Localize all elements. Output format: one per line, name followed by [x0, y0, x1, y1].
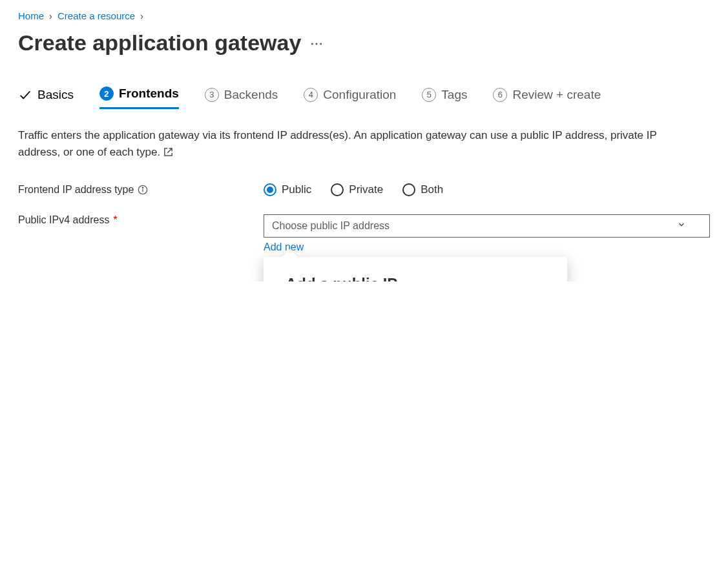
radio-private-label: Private — [349, 183, 383, 196]
label-frontend-ip-type-text: Frontend IP address type — [18, 184, 134, 196]
wizard-tabs: Basics 2 Frontends 3 Backends 4 Configur… — [18, 87, 710, 109]
tab-basics[interactable]: Basics — [18, 88, 74, 108]
external-link-icon[interactable] — [163, 145, 173, 162]
tab-frontends[interactable]: 2 Frontends — [99, 87, 179, 109]
breadcrumb-create-resource[interactable]: Create a resource — [57, 10, 135, 21]
chevron-down-icon — [677, 220, 686, 232]
callout-title: Add a public IP — [286, 275, 545, 281]
info-icon[interactable] — [138, 185, 148, 195]
step-number-icon: 4 — [304, 88, 318, 102]
radio-group-frontend-ip-type: Public Private Both — [264, 183, 443, 196]
page-title-text: Create application gateway — [18, 30, 301, 56]
page-title: Create application gateway ⋯ — [18, 30, 710, 56]
radio-private[interactable]: Private — [331, 183, 383, 196]
frontends-description-text: Traffic enters the application gateway v… — [18, 129, 656, 158]
tab-frontends-label: Frontends — [119, 87, 179, 101]
tab-backends-label: Backends — [224, 88, 278, 102]
step-number-icon: 3 — [205, 88, 219, 102]
tab-tags[interactable]: 5 Tags — [422, 88, 467, 108]
label-public-ip-text: Public IPv4 address — [18, 214, 109, 226]
label-public-ip: Public IPv4 address * — [18, 214, 264, 226]
tab-configuration[interactable]: 4 Configuration — [304, 88, 396, 108]
frontends-description: Traffic enters the application gateway v… — [18, 127, 690, 161]
tab-basics-label: Basics — [37, 88, 74, 102]
tab-configuration-label: Configuration — [323, 88, 396, 102]
add-public-ip-callout: Add a public IP Name * SKU — [264, 257, 567, 281]
radio-icon — [402, 183, 415, 196]
public-ip-dropdown-placeholder: Choose public IP address — [272, 220, 390, 232]
radio-icon — [331, 183, 344, 196]
breadcrumb: Home › Create a resource › — [18, 10, 710, 21]
chevron-right-icon: › — [140, 10, 143, 21]
public-ip-dropdown[interactable]: Choose public IP address — [264, 214, 710, 238]
radio-both[interactable]: Both — [402, 183, 443, 196]
tab-review-create[interactable]: 6 Review + create — [493, 88, 601, 108]
radio-icon — [264, 183, 276, 196]
radio-public[interactable]: Public — [264, 183, 311, 196]
radio-both-label: Both — [421, 183, 443, 196]
check-icon — [18, 88, 32, 102]
label-frontend-ip-type: Frontend IP address type — [18, 184, 264, 196]
step-number-icon: 5 — [422, 88, 436, 102]
required-indicator: * — [113, 214, 117, 226]
tab-backends[interactable]: 3 Backends — [205, 88, 278, 108]
radio-public-label: Public — [282, 183, 311, 196]
row-frontend-ip-type: Frontend IP address type Public Private … — [18, 183, 710, 196]
step-number-icon: 2 — [99, 87, 114, 101]
tab-review-label: Review + create — [512, 88, 601, 102]
tab-tags-label: Tags — [441, 88, 467, 102]
public-ip-field-wrap: Choose public IP address Add new Add a p… — [264, 214, 710, 253]
svg-point-2 — [143, 187, 143, 188]
more-actions-button[interactable]: ⋯ — [310, 36, 324, 51]
chevron-right-icon: › — [49, 10, 52, 21]
row-public-ip: Public IPv4 address * Choose public IP a… — [18, 214, 710, 253]
step-number-icon: 6 — [493, 88, 507, 102]
breadcrumb-home[interactable]: Home — [18, 10, 44, 21]
add-new-public-ip-link[interactable]: Add new — [264, 241, 304, 253]
